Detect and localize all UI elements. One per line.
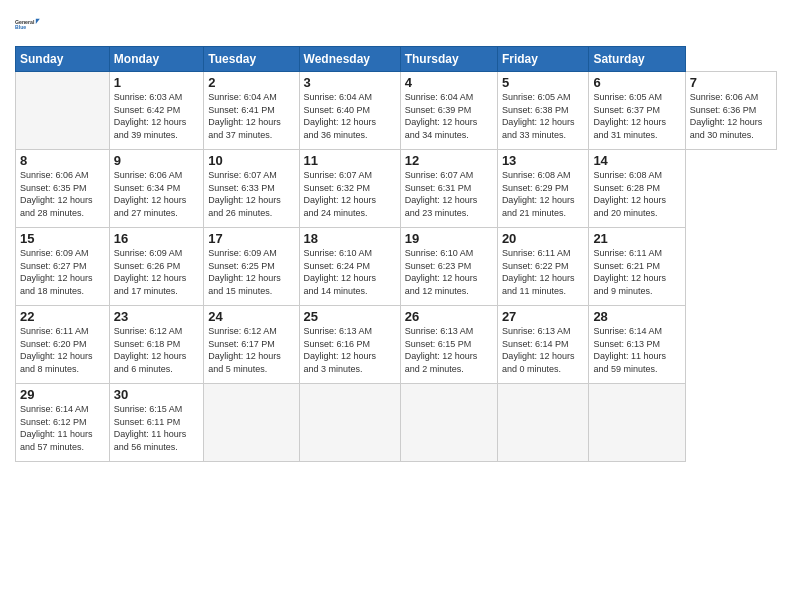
day-number: 16 <box>114 231 199 246</box>
day-number: 23 <box>114 309 199 324</box>
weekday-header-friday: Friday <box>497 47 589 72</box>
day-number: 5 <box>502 75 585 90</box>
day-cell-22: 22Sunrise: 6:11 AMSunset: 6:20 PMDayligh… <box>16 306 110 384</box>
day-info: Sunrise: 6:06 AMSunset: 6:36 PMDaylight:… <box>690 91 772 141</box>
day-cell-5: 5Sunrise: 6:05 AMSunset: 6:38 PMDaylight… <box>497 72 589 150</box>
day-cell-7: 7Sunrise: 6:06 AMSunset: 6:36 PMDaylight… <box>685 72 776 150</box>
day-cell-30: 30Sunrise: 6:15 AMSunset: 6:11 PMDayligh… <box>109 384 203 462</box>
day-info: Sunrise: 6:06 AMSunset: 6:34 PMDaylight:… <box>114 169 199 219</box>
weekday-header-tuesday: Tuesday <box>204 47 299 72</box>
week-row-3: 15Sunrise: 6:09 AMSunset: 6:27 PMDayligh… <box>16 228 777 306</box>
day-number: 13 <box>502 153 585 168</box>
day-number: 24 <box>208 309 294 324</box>
weekday-header-thursday: Thursday <box>400 47 497 72</box>
week-row-4: 22Sunrise: 6:11 AMSunset: 6:20 PMDayligh… <box>16 306 777 384</box>
day-info: Sunrise: 6:05 AMSunset: 6:38 PMDaylight:… <box>502 91 585 141</box>
day-cell-28: 28Sunrise: 6:14 AMSunset: 6:13 PMDayligh… <box>589 306 685 384</box>
day-cell-13: 13Sunrise: 6:08 AMSunset: 6:29 PMDayligh… <box>497 150 589 228</box>
day-info: Sunrise: 6:08 AMSunset: 6:29 PMDaylight:… <box>502 169 585 219</box>
day-info: Sunrise: 6:12 AMSunset: 6:18 PMDaylight:… <box>114 325 199 375</box>
day-number: 26 <box>405 309 493 324</box>
day-number: 18 <box>304 231 396 246</box>
day-number: 2 <box>208 75 294 90</box>
day-cell-16: 16Sunrise: 6:09 AMSunset: 6:26 PMDayligh… <box>109 228 203 306</box>
logo-icon: GeneralBlue <box>15 10 43 38</box>
day-cell-14: 14Sunrise: 6:08 AMSunset: 6:28 PMDayligh… <box>589 150 685 228</box>
weekday-header-row: SundayMondayTuesdayWednesdayThursdayFrid… <box>16 47 777 72</box>
day-info: Sunrise: 6:11 AMSunset: 6:20 PMDaylight:… <box>20 325 105 375</box>
day-info: Sunrise: 6:09 AMSunset: 6:26 PMDaylight:… <box>114 247 199 297</box>
day-cell-29: 29Sunrise: 6:14 AMSunset: 6:12 PMDayligh… <box>16 384 110 462</box>
day-info: Sunrise: 6:05 AMSunset: 6:37 PMDaylight:… <box>593 91 680 141</box>
day-number: 6 <box>593 75 680 90</box>
day-number: 29 <box>20 387 105 402</box>
day-number: 1 <box>114 75 199 90</box>
day-number: 9 <box>114 153 199 168</box>
empty-cell <box>299 384 400 462</box>
day-cell-15: 15Sunrise: 6:09 AMSunset: 6:27 PMDayligh… <box>16 228 110 306</box>
empty-cell <box>589 384 685 462</box>
day-info: Sunrise: 6:12 AMSunset: 6:17 PMDaylight:… <box>208 325 294 375</box>
day-cell-27: 27Sunrise: 6:13 AMSunset: 6:14 PMDayligh… <box>497 306 589 384</box>
day-info: Sunrise: 6:13 AMSunset: 6:15 PMDaylight:… <box>405 325 493 375</box>
day-cell-11: 11Sunrise: 6:07 AMSunset: 6:32 PMDayligh… <box>299 150 400 228</box>
empty-cell <box>16 72 110 150</box>
logo: GeneralBlue <box>15 10 43 38</box>
page-header: GeneralBlue <box>15 10 777 38</box>
day-cell-21: 21Sunrise: 6:11 AMSunset: 6:21 PMDayligh… <box>589 228 685 306</box>
empty-cell <box>400 384 497 462</box>
day-number: 12 <box>405 153 493 168</box>
week-row-5: 29Sunrise: 6:14 AMSunset: 6:12 PMDayligh… <box>16 384 777 462</box>
day-number: 22 <box>20 309 105 324</box>
svg-text:Blue: Blue <box>15 24 26 30</box>
day-number: 25 <box>304 309 396 324</box>
day-cell-10: 10Sunrise: 6:07 AMSunset: 6:33 PMDayligh… <box>204 150 299 228</box>
day-info: Sunrise: 6:06 AMSunset: 6:35 PMDaylight:… <box>20 169 105 219</box>
day-cell-2: 2Sunrise: 6:04 AMSunset: 6:41 PMDaylight… <box>204 72 299 150</box>
day-info: Sunrise: 6:08 AMSunset: 6:28 PMDaylight:… <box>593 169 680 219</box>
day-cell-9: 9Sunrise: 6:06 AMSunset: 6:34 PMDaylight… <box>109 150 203 228</box>
day-info: Sunrise: 6:15 AMSunset: 6:11 PMDaylight:… <box>114 403 199 453</box>
day-info: Sunrise: 6:07 AMSunset: 6:31 PMDaylight:… <box>405 169 493 219</box>
day-number: 19 <box>405 231 493 246</box>
day-cell-18: 18Sunrise: 6:10 AMSunset: 6:24 PMDayligh… <box>299 228 400 306</box>
day-cell-23: 23Sunrise: 6:12 AMSunset: 6:18 PMDayligh… <box>109 306 203 384</box>
day-number: 4 <box>405 75 493 90</box>
day-cell-3: 3Sunrise: 6:04 AMSunset: 6:40 PMDaylight… <box>299 72 400 150</box>
day-number: 10 <box>208 153 294 168</box>
day-info: Sunrise: 6:10 AMSunset: 6:23 PMDaylight:… <box>405 247 493 297</box>
weekday-header-monday: Monday <box>109 47 203 72</box>
day-number: 15 <box>20 231 105 246</box>
day-number: 27 <box>502 309 585 324</box>
day-number: 11 <box>304 153 396 168</box>
day-cell-20: 20Sunrise: 6:11 AMSunset: 6:22 PMDayligh… <box>497 228 589 306</box>
calendar-table: SundayMondayTuesdayWednesdayThursdayFrid… <box>15 46 777 462</box>
day-info: Sunrise: 6:09 AMSunset: 6:27 PMDaylight:… <box>20 247 105 297</box>
day-cell-26: 26Sunrise: 6:13 AMSunset: 6:15 PMDayligh… <box>400 306 497 384</box>
weekday-header-wednesday: Wednesday <box>299 47 400 72</box>
empty-cell <box>204 384 299 462</box>
day-number: 30 <box>114 387 199 402</box>
day-number: 28 <box>593 309 680 324</box>
day-info: Sunrise: 6:03 AMSunset: 6:42 PMDaylight:… <box>114 91 199 141</box>
day-number: 3 <box>304 75 396 90</box>
day-cell-8: 8Sunrise: 6:06 AMSunset: 6:35 PMDaylight… <box>16 150 110 228</box>
day-info: Sunrise: 6:13 AMSunset: 6:14 PMDaylight:… <box>502 325 585 375</box>
day-number: 14 <box>593 153 680 168</box>
day-number: 21 <box>593 231 680 246</box>
day-cell-17: 17Sunrise: 6:09 AMSunset: 6:25 PMDayligh… <box>204 228 299 306</box>
day-number: 8 <box>20 153 105 168</box>
day-info: Sunrise: 6:13 AMSunset: 6:16 PMDaylight:… <box>304 325 396 375</box>
weekday-header-saturday: Saturday <box>589 47 685 72</box>
weekday-header-sunday: Sunday <box>16 47 110 72</box>
day-info: Sunrise: 6:11 AMSunset: 6:21 PMDaylight:… <box>593 247 680 297</box>
day-info: Sunrise: 6:07 AMSunset: 6:32 PMDaylight:… <box>304 169 396 219</box>
day-info: Sunrise: 6:04 AMSunset: 6:41 PMDaylight:… <box>208 91 294 141</box>
day-number: 7 <box>690 75 772 90</box>
svg-marker-2 <box>36 19 40 24</box>
day-cell-24: 24Sunrise: 6:12 AMSunset: 6:17 PMDayligh… <box>204 306 299 384</box>
day-cell-25: 25Sunrise: 6:13 AMSunset: 6:16 PMDayligh… <box>299 306 400 384</box>
day-info: Sunrise: 6:10 AMSunset: 6:24 PMDaylight:… <box>304 247 396 297</box>
day-cell-1: 1Sunrise: 6:03 AMSunset: 6:42 PMDaylight… <box>109 72 203 150</box>
day-info: Sunrise: 6:04 AMSunset: 6:40 PMDaylight:… <box>304 91 396 141</box>
